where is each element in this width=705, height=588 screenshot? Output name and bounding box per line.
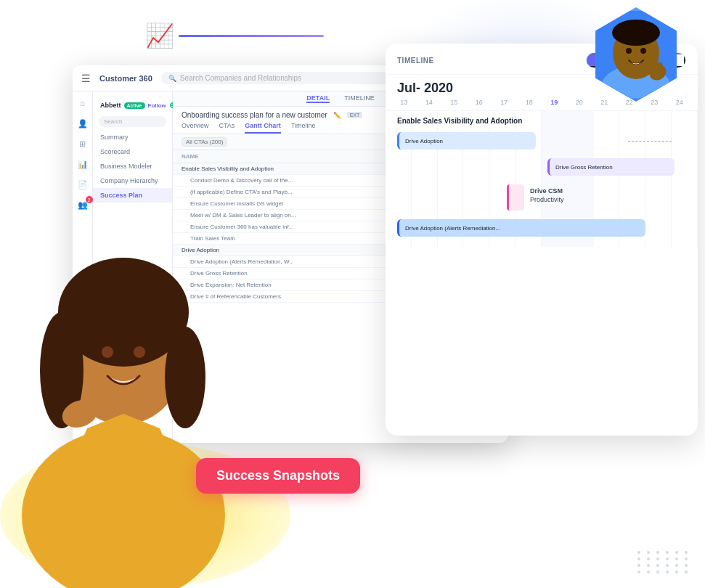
day-col: 17 <box>492 99 517 106</box>
gantt-row-alerts: Drive Adoption (Alerts Remediation... <box>397 219 686 237</box>
tab-ctas[interactable]: CTAs <box>219 122 235 134</box>
menu-icon[interactable]: ☰ <box>81 73 91 84</box>
grid-icon[interactable]: ⊞ <box>77 138 89 150</box>
perf-line <box>179 35 324 37</box>
svg-point-13 <box>612 20 660 46</box>
gantt-row-gross-retention: Drive Gross Retention <box>397 158 686 176</box>
woman-svg <box>0 152 247 588</box>
timeline-title: TIMELINE <box>397 57 434 65</box>
svg-point-14 <box>626 48 632 54</box>
performance-indicator: 📈 <box>145 22 324 49</box>
day-col: 16 <box>467 99 492 106</box>
gantt-bar-csm-productivity <box>507 184 524 211</box>
tab-overview[interactable]: Overview <box>182 122 209 134</box>
gantt-bar-label: Drive Adoption (Alerts Remediation... <box>405 225 500 232</box>
search-icon: 🔍 <box>168 75 176 82</box>
home-icon[interactable]: ⌂ <box>77 97 89 109</box>
success-snapshots-badge: Success Snapshots <box>196 458 360 494</box>
woman-photo <box>0 152 247 588</box>
svg-point-6 <box>102 346 113 358</box>
gantt-section-label: Enable Sales Visibility and Adoption <box>397 117 686 125</box>
man-hexagon <box>589 7 683 102</box>
tab-detail[interactable]: DETAIL <box>306 94 330 103</box>
day-col: 18 <box>517 99 542 106</box>
plan-title: Onboarding success plan for a new custom… <box>182 111 327 119</box>
user-icon[interactable]: 👤 <box>77 118 89 129</box>
gantt-section-row: Enable Sales Visibility and Adoption <box>397 117 686 125</box>
day-col: 13 <box>391 99 417 106</box>
customer-header: Abbett Active Follow ⊕ <box>93 97 172 113</box>
nav-search-placeholder: Search <box>104 118 122 125</box>
nav-search[interactable]: Search <box>99 116 166 127</box>
tab-gantt-chart[interactable]: Gantt Chart <box>245 122 281 134</box>
tab-timeline[interactable]: Timeline <box>291 122 316 134</box>
gantt-bar-alerts: Drive Adoption (Alerts Remediation... <box>397 219 645 237</box>
man-photo <box>589 7 683 102</box>
search-placeholder: Search Companies and Relationships <box>180 74 301 82</box>
edit-icon[interactable]: ✏️ <box>333 112 341 119</box>
app-logo: Customer 360 <box>99 74 152 83</box>
svg-point-5 <box>165 327 205 428</box>
svg-point-15 <box>640 48 646 54</box>
chart-up-icon: 📈 <box>145 22 174 49</box>
gantt-row-csm-productivity: Drive CSM Productivity <box>397 184 686 211</box>
day-col-highlighted: 19 <box>542 99 567 106</box>
day-col: 14 <box>417 99 442 106</box>
gantt-bar-gross-retention: Drive Gross Retention <box>547 158 675 176</box>
success-badge-label: Success Snapshots <box>216 468 340 483</box>
tab-timeline[interactable]: TIMELINE <box>344 94 375 103</box>
nav-summary[interactable]: Summary <box>93 130 172 144</box>
cta-filter-dropdown[interactable]: All CTAs (200) <box>182 137 227 147</box>
gantt-bar-label: Drive Adoption <box>405 138 443 144</box>
follow-button[interactable]: Follow <box>148 102 166 109</box>
customer-name: Abbett <box>100 102 121 109</box>
csm-sublabel: Productivity <box>530 196 564 203</box>
day-col: 20 <box>567 99 592 106</box>
active-status: Active <box>124 102 145 109</box>
gantt-chart-area: Enable Sales Visibility and Adoption Dri… <box>386 111 698 247</box>
timeline-panel: TIMELINE Day Week Month Jul- 2020 13 14 … <box>386 44 698 436</box>
gantt-bar-drive-adoption: Drive Adoption <box>397 132 536 150</box>
gantt-bar-label: Drive Gross Retention <box>555 164 613 171</box>
dots-decoration <box>637 551 690 573</box>
gantt-row-drive-adoption: Drive Adoption <box>397 132 686 150</box>
day-col: 15 <box>441 99 467 106</box>
svg-point-7 <box>134 346 145 358</box>
csm-label: Drive CSM <box>530 187 563 195</box>
connector-line <box>628 141 672 142</box>
man-svg <box>592 11 680 98</box>
ext-badge: EXT <box>347 112 363 118</box>
